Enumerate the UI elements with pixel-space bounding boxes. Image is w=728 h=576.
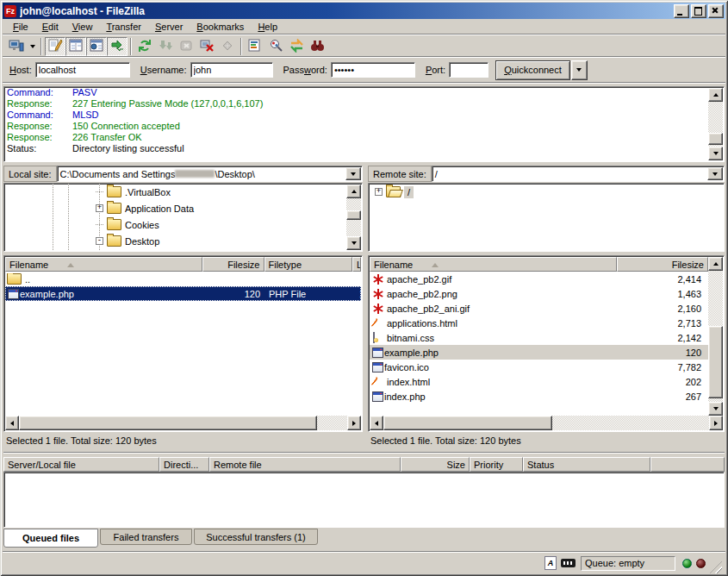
site-manager-dropdown-button[interactable] [27,37,38,56]
menu-file[interactable]: File [6,20,35,34]
queue-col-priority[interactable]: Priority [470,457,523,472]
local-list-hscrollbar[interactable] [5,416,361,430]
resize-grip-icon[interactable] [710,561,722,573]
cancel-operation-button[interactable] [176,37,196,56]
chevron-down-icon [351,172,356,178]
process-queue-button[interactable] [155,37,176,56]
column-header-filesize[interactable]: Filesize [617,257,708,272]
close-button[interactable] [708,4,724,18]
minimize-button[interactable] [674,4,689,18]
username-input[interactable] [190,62,273,78]
scroll-up-button[interactable] [346,185,361,198]
directory-listing-filters-button[interactable] [245,37,265,56]
chevron-down-icon [712,172,718,178]
compare-directories-button[interactable] [265,37,286,56]
remote-site-combobox[interactable]: / [432,166,725,182]
menu-bookmarks[interactable]: Bookmarks [190,20,251,34]
quickconnect-button[interactable]: Quickconnect [495,60,570,80]
remote-site-row: Remote site: / [368,166,725,182]
column-header-filename[interactable]: Filename [5,257,202,272]
toggle-remote-tree-button[interactable] [86,37,107,56]
activity-led-red [696,559,706,568]
scroll-right-button[interactable] [709,416,723,430]
column-header-last-modified[interactable]: Last modified [352,257,361,272]
scroll-thumb[interactable] [708,326,723,398]
tab-successful-transfers[interactable]: Successful transfers (1) [194,529,318,545]
quickconnect-dropdown-button[interactable] [571,60,588,80]
column-header-filename[interactable]: Filename [370,257,617,272]
log-scrollbar[interactable] [708,88,723,160]
disconnect-button[interactable] [196,37,217,56]
file-row[interactable]: apache_pb2.png1,463 [370,286,708,301]
scroll-left-button[interactable] [370,416,383,430]
queue-body[interactable] [3,472,725,528]
file-row[interactable]: index.php267 [370,389,708,404]
tree-item-cookies[interactable]: Cookies [4,216,362,233]
tree-item-root[interactable]: + / [369,184,724,200]
toggle-transfer-queue-button[interactable] [107,37,128,56]
scroll-up-button[interactable] [708,88,723,102]
expand-icon[interactable]: + [96,204,103,212]
toggle-local-tree-button[interactable] [65,37,86,56]
scroll-thumb[interactable] [19,416,317,430]
remote-list-vscrollbar[interactable] [708,257,723,416]
local-tree-scrollbar[interactable] [346,185,361,250]
open-folder-icon [386,186,401,197]
file-row[interactable]: favicon.ico7,782 [370,360,708,374]
file-row[interactable]: apache_pb2_ani.gif2,160 [370,301,708,316]
remote-list-hscrollbar[interactable] [370,416,723,430]
queue-col-status[interactable]: Status [523,457,650,472]
queue-col-size[interactable]: Size [401,457,470,472]
tree-item-virtualbox[interactable]: .VirtualBox [4,184,362,200]
expand-icon[interactable]: + [375,188,383,196]
tree-item-application-data[interactable]: + Application Data [4,200,362,216]
scroll-up-button[interactable] [708,257,723,271]
tab-queued-files[interactable]: Queued files [3,529,98,548]
file-row-parent-directory[interactable]: .. [5,272,361,286]
speed-limits-icon[interactable] [561,559,576,567]
folder-icon [107,203,121,214]
host-input[interactable] [35,62,130,78]
menu-transfer[interactable]: Transfer [99,20,148,34]
maximize-button[interactable] [691,4,706,18]
combo-dropdown-button[interactable] [707,167,723,180]
find-files-button[interactable] [307,37,327,56]
scroll-left-button[interactable] [5,416,19,430]
queue-col-server-local-file[interactable]: Server/Local file [3,457,159,472]
file-row[interactable]: applications.html2,713 [370,316,708,330]
file-row[interactable]: apache_pb2.gif2,414 [370,272,708,286]
scroll-down-button[interactable] [708,402,723,416]
tree-item-desktop[interactable]: - Desktop [4,233,362,249]
scroll-thumb[interactable] [346,210,361,220]
scroll-thumb[interactable] [383,416,552,430]
scroll-down-button[interactable] [708,147,723,160]
menu-view[interactable]: View [65,20,100,34]
menu-edit[interactable]: Edit [35,20,65,34]
file-row-selected[interactable]: example.php120 [370,345,708,360]
scroll-right-button[interactable] [347,416,361,430]
tab-failed-transfers[interactable]: Failed transfers [100,529,192,545]
reconnect-button[interactable] [217,37,238,56]
queue-col-remote-file[interactable]: Remote file [209,457,401,472]
menu-server[interactable]: Server [148,20,190,34]
file-row[interactable]: index.html202 [370,374,708,389]
queue-col-direction[interactable]: Directi... [159,457,209,472]
toolbar-separator [130,38,132,55]
menu-help[interactable]: Help [251,20,284,34]
port-input[interactable] [449,62,488,78]
column-header-filetype[interactable]: Filetype [264,257,353,272]
scroll-thumb[interactable] [708,133,723,145]
toggle-message-log-button[interactable] [45,37,65,56]
file-row[interactable]: bitnami.css2,142 [370,330,708,345]
synchronized-browsing-button[interactable] [286,37,307,56]
splitter[interactable] [3,452,725,454]
site-manager-button[interactable] [6,37,27,56]
refresh-button[interactable] [134,37,155,56]
column-header-filesize[interactable]: Filesize [202,257,264,272]
scroll-down-button[interactable] [346,236,361,250]
combo-dropdown-button[interactable] [345,167,361,180]
local-site-combobox[interactable]: C:\Documents and Settings\Desktop\ [57,166,363,182]
file-row-example-php[interactable]: example.php 120 PHP File 1 [5,286,361,301]
collapse-icon[interactable]: - [96,237,103,245]
password-input[interactable] [331,62,415,78]
